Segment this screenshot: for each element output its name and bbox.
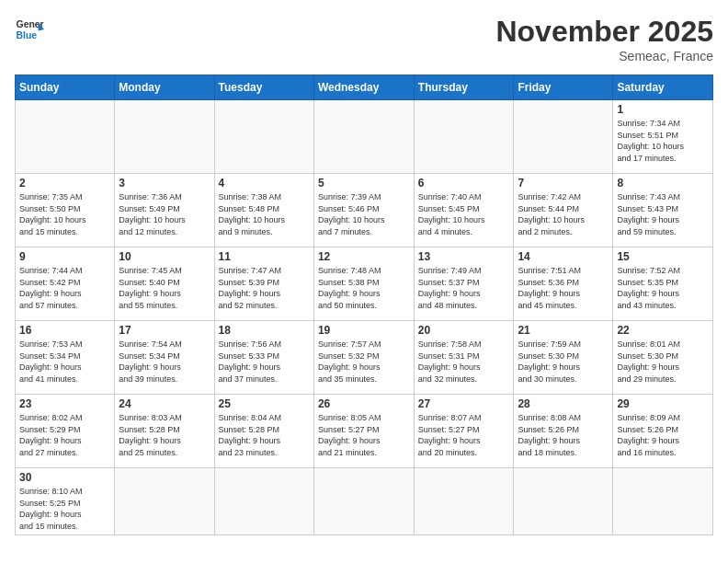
day-6: 6 Sunrise: 7:40 AMSunset: 5:45 PMDayligh… (414, 174, 514, 247)
calendar-row-5: 23 Sunrise: 8:02 AMSunset: 5:29 PMDaylig… (16, 395, 713, 468)
header-wednesday: Wednesday (313, 75, 414, 100)
svg-text:Blue: Blue (17, 30, 38, 40)
day-7: 7 Sunrise: 7:42 AMSunset: 5:44 PMDayligh… (514, 174, 613, 247)
month-title: November 2025 (495, 15, 713, 49)
day-2: 2 Sunrise: 7:35 AMSunset: 5:50 PMDayligh… (16, 174, 115, 247)
calendar-row-1: 1 Sunrise: 7:34 AMSunset: 5:51 PMDayligh… (16, 100, 713, 174)
calendar-row-6: 30 Sunrise: 8:10 AMSunset: 5:25 PMDaylig… (16, 468, 713, 535)
day-29: 29 Sunrise: 8:09 AMSunset: 5:26 PMDaylig… (613, 395, 713, 468)
day-24: 24 Sunrise: 8:03 AMSunset: 5:28 PMDaylig… (115, 395, 214, 468)
page-header: General Blue November 2025 Semeac, Franc… (15, 15, 713, 63)
day-4: 4 Sunrise: 7:38 AMSunset: 5:48 PMDayligh… (214, 174, 313, 247)
empty-cell (313, 100, 414, 174)
day-3: 3 Sunrise: 7:36 AMSunset: 5:49 PMDayligh… (115, 174, 214, 247)
day-30: 30 Sunrise: 8:10 AMSunset: 5:25 PMDaylig… (16, 468, 115, 535)
empty-cell (214, 100, 313, 174)
day-13: 13 Sunrise: 7:49 AMSunset: 5:37 PMDaylig… (414, 247, 514, 321)
weekday-header-row: Sunday Monday Tuesday Wednesday Thursday… (16, 75, 713, 100)
empty-cell (214, 468, 313, 535)
day-1: 1 Sunrise: 7:34 AMSunset: 5:51 PMDayligh… (613, 100, 713, 174)
day-10: 10 Sunrise: 7:45 AMSunset: 5:40 PMDaylig… (115, 247, 214, 321)
empty-cell (16, 100, 115, 174)
header-tuesday: Tuesday (214, 75, 313, 100)
day-27: 27 Sunrise: 8:07 AMSunset: 5:27 PMDaylig… (414, 395, 514, 468)
empty-cell (613, 468, 713, 535)
day-11: 11 Sunrise: 7:47 AMSunset: 5:39 PMDaylig… (214, 247, 313, 321)
calendar-row-2: 2 Sunrise: 7:35 AMSunset: 5:50 PMDayligh… (16, 174, 713, 247)
empty-cell (514, 468, 613, 535)
day-15: 15 Sunrise: 7:52 AMSunset: 5:35 PMDaylig… (613, 247, 713, 321)
day-14: 14 Sunrise: 7:51 AMSunset: 5:36 PMDaylig… (514, 247, 613, 321)
empty-cell (313, 468, 414, 535)
calendar-table: Sunday Monday Tuesday Wednesday Thursday… (15, 75, 713, 535)
calendar-row-3: 9 Sunrise: 7:44 AMSunset: 5:42 PMDayligh… (16, 247, 713, 321)
empty-cell (514, 100, 613, 174)
day-20: 20 Sunrise: 7:58 AMSunset: 5:31 PMDaylig… (414, 321, 514, 395)
day-28: 28 Sunrise: 8:08 AMSunset: 5:26 PMDaylig… (514, 395, 613, 468)
logo: General Blue (15, 15, 44, 44)
logo-icon: General Blue (15, 15, 44, 44)
day-25: 25 Sunrise: 8:04 AMSunset: 5:28 PMDaylig… (214, 395, 313, 468)
empty-cell (414, 468, 514, 535)
day-23: 23 Sunrise: 8:02 AMSunset: 5:29 PMDaylig… (16, 395, 115, 468)
day-21: 21 Sunrise: 7:59 AMSunset: 5:30 PMDaylig… (514, 321, 613, 395)
header-saturday: Saturday (613, 75, 713, 100)
day-5: 5 Sunrise: 7:39 AMSunset: 5:46 PMDayligh… (313, 174, 414, 247)
empty-cell (115, 468, 214, 535)
day-12: 12 Sunrise: 7:48 AMSunset: 5:38 PMDaylig… (313, 247, 414, 321)
day-22: 22 Sunrise: 8:01 AMSunset: 5:30 PMDaylig… (613, 321, 713, 395)
header-monday: Monday (115, 75, 214, 100)
day-18: 18 Sunrise: 7:56 AMSunset: 5:33 PMDaylig… (214, 321, 313, 395)
title-block: November 2025 Semeac, France (495, 15, 713, 63)
header-friday: Friday (514, 75, 613, 100)
empty-cell (115, 100, 214, 174)
day-9: 9 Sunrise: 7:44 AMSunset: 5:42 PMDayligh… (16, 247, 115, 321)
day-19: 19 Sunrise: 7:57 AMSunset: 5:32 PMDaylig… (313, 321, 414, 395)
day-8: 8 Sunrise: 7:43 AMSunset: 5:43 PMDayligh… (613, 174, 713, 247)
day-16: 16 Sunrise: 7:53 AMSunset: 5:34 PMDaylig… (16, 321, 115, 395)
empty-cell (414, 100, 514, 174)
header-sunday: Sunday (16, 75, 115, 100)
day-17: 17 Sunrise: 7:54 AMSunset: 5:34 PMDaylig… (115, 321, 214, 395)
calendar-row-4: 16 Sunrise: 7:53 AMSunset: 5:34 PMDaylig… (16, 321, 713, 395)
location: Semeac, France (495, 49, 713, 63)
day-26: 26 Sunrise: 8:05 AMSunset: 5:27 PMDaylig… (313, 395, 414, 468)
header-thursday: Thursday (414, 75, 514, 100)
